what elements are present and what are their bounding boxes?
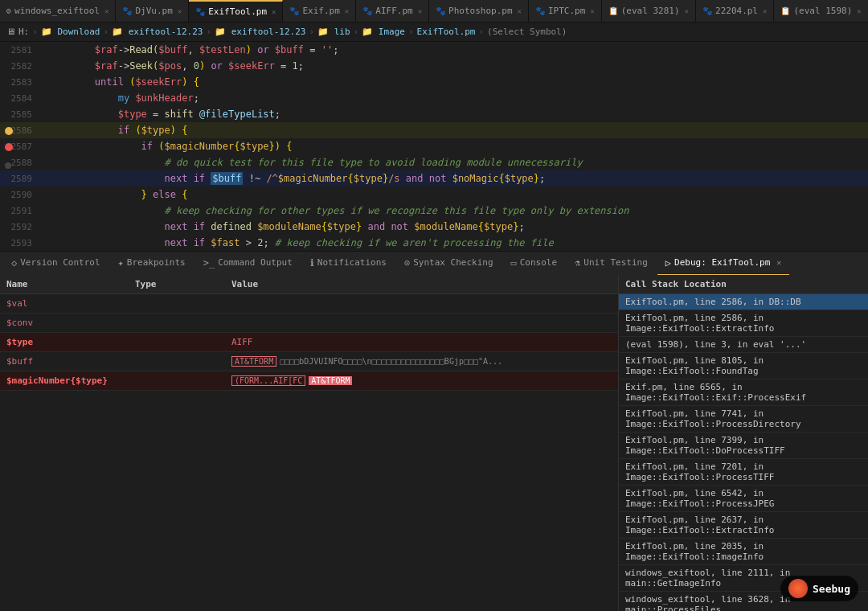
line-number-2582: 2582: [3, 61, 42, 72]
breadcrumb-exiftool2[interactable]: 📁 exiftool-12.23: [215, 27, 305, 37]
buff-value-text: □□□□bDJVUINFO□□□□\n□□□□□□□□□□□□□□□BGjp□□…: [280, 357, 502, 366]
tab-icon-exif: 🐾: [289, 6, 299, 15]
cs-row-6[interactable]: ExifTool.pm, line 7741, in Image::ExifTo…: [619, 406, 868, 433]
breadcrumb-sep1: ›: [32, 27, 38, 37]
breadcrumb-download[interactable]: 📁 Download: [41, 27, 100, 37]
var-row-buff[interactable]: $buff AT&TFORM □□□□bDJVUINFO□□□□\n□□□□□□…: [0, 352, 618, 371]
call-stack-rows: ExifTool.pm, line 2586, in DB::DB ExifTo…: [619, 294, 868, 611]
seebug-logo: [788, 579, 808, 598]
tab-label-eval1: (eval 3281): [621, 6, 680, 16]
tab-close-windows[interactable]: ✕: [104, 7, 108, 15]
tab-version-control[interactable]: ◇ Version Control: [3, 252, 108, 276]
breadcrumb-sep6: ›: [408, 27, 414, 37]
var-name-val: $val: [0, 298, 129, 309]
magic-box-attform-hl: AT&TFORM: [309, 376, 352, 385]
breakpoint-indicator-2587: [5, 143, 13, 151]
buff-box-attform: AT&TFORM: [231, 356, 276, 367]
breadcrumb-symbol[interactable]: (Select Symbol): [487, 27, 567, 37]
breadcrumb-sep4: ›: [309, 27, 314, 37]
cs-row-7[interactable]: ExifTool.pm, line 7399, in Image::ExifTo…: [619, 433, 868, 459]
var-row-conv[interactable]: $conv: [0, 314, 618, 333]
cs-row-2[interactable]: ExifTool.pm, line 2586, in Image::ExifTo…: [619, 310, 868, 337]
tab-close-aiff[interactable]: ✕: [418, 7, 422, 15]
breadcrumb-sep3: ›: [206, 27, 211, 37]
debug-tab-close[interactable]: ✕: [776, 258, 781, 267]
tab-icon-22204: 🐾: [702, 6, 712, 15]
variable-rows: $val $conv $type AIFF $b: [0, 294, 618, 611]
tab-22204[interactable]: 🐾 22204.pl ✕: [696, 0, 774, 23]
bottom-panel: ◇ Version Control ✦ Breakpoints >_ Comma…: [0, 251, 868, 611]
line-content-2588: # do quick test for this file type to av…: [42, 157, 868, 168]
tab-console[interactable]: ▭ Console: [503, 252, 566, 276]
col-header-type: Type: [129, 279, 225, 289]
tab-bar: ⚙ windows_exiftool ✕ 🐾 DjVu.pm ✕ 🐾 ExifT…: [0, 0, 868, 23]
tab-label-console: Console: [520, 257, 557, 268]
line-number-2585: 2585: [3, 109, 42, 120]
var-row-val[interactable]: $val: [0, 294, 618, 314]
tab-label-photoshop: Photoshop.pm: [448, 6, 512, 16]
tab-label-22204: 22204.pl: [715, 6, 758, 16]
tab-iptcpm[interactable]: 🐾 IPTC.pm ✕: [529, 0, 602, 23]
breakpoint-indicator-2586: [5, 127, 13, 135]
breadcrumb-file[interactable]: ExifTool.pm: [417, 27, 476, 37]
cs-row-10[interactable]: ExifTool.pm, line 2637, in Image::ExifTo…: [619, 512, 868, 539]
tab-debug[interactable]: ▷ Debug: ExifTool.pm ✕: [657, 252, 789, 276]
tab-close-djvu[interactable]: ✕: [178, 7, 182, 15]
cs-row-11[interactable]: ExifTool.pm, line 2035, in Image::ExifTo…: [619, 539, 868, 565]
cs-row-3[interactable]: (eval 1598), line 3, in eval '...': [619, 337, 868, 353]
breadcrumb-sep2: ›: [103, 27, 108, 37]
tab-close-eval2[interactable]: ✕: [857, 7, 861, 15]
tab-photoshop[interactable]: 🐾 Photoshop.pm ✕: [429, 0, 529, 23]
var-name-type: $type: [0, 337, 129, 347]
tab-icon-photoshop: 🐾: [436, 6, 445, 15]
tab-eval1598[interactable]: 📋 (eval 1598) ✕: [774, 0, 868, 23]
line-number-2584: 2584: [3, 93, 42, 104]
tab-exiftoolpm[interactable]: 🐾 ExifTool.pm ✕: [189, 0, 283, 23]
tab-close-photoshop[interactable]: ✕: [518, 7, 522, 15]
var-row-magic[interactable]: $magicNumber{$type} (FORM...AIF[FC AT&TF…: [0, 371, 618, 391]
var-row-type[interactable]: $type AIFF: [0, 333, 618, 352]
cs-row-4[interactable]: ExifTool.pm, line 8105, in Image::ExifTo…: [619, 353, 868, 379]
cs-row-1[interactable]: ExifTool.pm, line 2586, in DB::DB: [619, 294, 868, 310]
magic-box-form: (FORM...AIF[FC: [231, 375, 305, 386]
tab-label-breakpoints: Breakpoints: [127, 257, 186, 268]
tab-notifications[interactable]: ℹ Notifications: [302, 252, 395, 276]
tab-close-exif[interactable]: ✕: [345, 7, 349, 15]
breadcrumb-h[interactable]: H:: [18, 27, 29, 37]
breadcrumb-image[interactable]: 📁 Image: [362, 27, 405, 37]
code-line-2581: 2581 $raf->Read($buff, $testLen) or $buf…: [0, 42, 868, 58]
cs-row-8[interactable]: ExifTool.pm, line 7201, in Image::ExifTo…: [619, 459, 868, 486]
tab-close-iptc[interactable]: ✕: [590, 7, 594, 15]
line-number-2593: 2593: [3, 238, 42, 248]
cs-row-9[interactable]: ExifTool.pm, line 6542, in Image::ExifTo…: [619, 486, 868, 512]
tab-djvu[interactable]: 🐾 DjVu.pm ✕: [116, 0, 189, 23]
syntax-checking-icon: ⊙: [404, 257, 410, 269]
line-content-2587: if ($magicNumber{$type}) {: [42, 141, 868, 152]
breadcrumb-exiftool1[interactable]: 📁 exiftool-12.23: [112, 27, 203, 37]
cs-row-5[interactable]: Exif.pm, line 6565, in Image::ExifTool::…: [619, 379, 868, 406]
variable-table: Name Type Value $val $conv: [0, 275, 619, 611]
tab-close-22204[interactable]: ✕: [763, 7, 767, 15]
tab-icon-eval2: 📋: [780, 6, 790, 15]
tab-syntax-checking[interactable]: ⊙ Syntax Checking: [396, 252, 502, 276]
var-name-buff: $buff: [0, 356, 129, 367]
tab-breakpoints[interactable]: ✦ Breakpoints: [110, 252, 194, 276]
tab-icon-aiff: 🐾: [362, 6, 372, 15]
tab-windows-exiftool[interactable]: ⚙ windows_exiftool ✕: [0, 0, 116, 23]
tab-close-exiftool[interactable]: ✕: [272, 8, 276, 16]
tab-eval3281[interactable]: 📋 (eval 3281) ✕: [602, 0, 696, 23]
breadcrumb-lib[interactable]: 📁 lib: [317, 27, 350, 37]
tab-close-eval1[interactable]: ✕: [685, 7, 689, 15]
line-number-2583: 2583: [3, 77, 42, 88]
line-content-2585: $type = shift @fileTypeList;: [42, 109, 868, 120]
line-number-2590: 2590: [3, 190, 42, 200]
tab-label-eval2: (eval 1598): [793, 6, 852, 16]
var-name-conv: $conv: [0, 318, 129, 328]
tab-exifpm[interactable]: 🐾 Exif.pm ✕: [283, 0, 356, 23]
tab-command-output[interactable]: >_ Command Output: [195, 252, 301, 276]
line-content-2593: next if $fast > 2; # keep checking if we…: [42, 237, 868, 248]
code-line-2588: 2588 # do quick test for this file type …: [0, 154, 868, 170]
tab-label-version-control: Version Control: [20, 257, 100, 268]
tab-aiffpm[interactable]: 🐾 AIFF.pm ✕: [356, 0, 429, 23]
tab-unit-testing[interactable]: ⚗ Unit Testing: [567, 252, 656, 276]
